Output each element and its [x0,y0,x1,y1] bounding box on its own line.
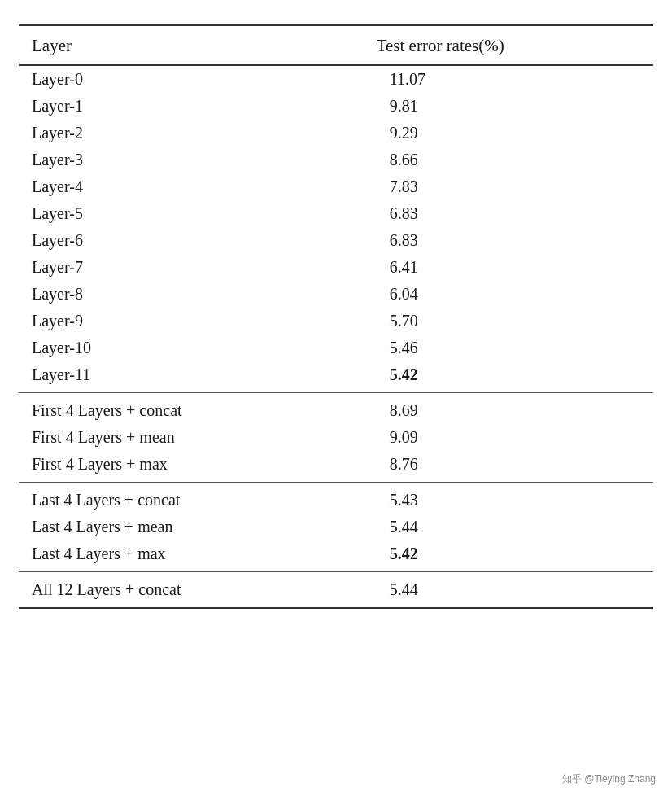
watermark: 知乎 @Tieying Zhang [562,772,656,786]
layer-name: Layer-6 [19,227,312,254]
table-row: Layer-105.46 [19,335,653,361]
error-rate: 8.76 [312,451,653,483]
table-container: Layer Test error rates(%) Layer-011.07La… [19,24,653,609]
table-row: Layer-38.66 [19,147,653,173]
results-table: Layer Test error rates(%) Layer-011.07La… [19,24,653,609]
error-rate: 6.83 [312,227,653,254]
layer-name: Last 4 Layers + max [19,540,312,572]
error-rate: 7.83 [312,173,653,200]
layer-name: Layer-2 [19,120,312,147]
table-row: Last 4 Layers + max5.42 [19,540,653,572]
error-rate: 5.70 [312,308,653,335]
error-rate: 6.83 [312,200,653,227]
error-rate: 8.69 [312,393,653,425]
table-row: First 4 Layers + mean9.09 [19,424,653,451]
table-row: Layer-29.29 [19,120,653,147]
table-row: Last 4 Layers + mean5.44 [19,514,653,540]
table-row: All 12 Layers + concat5.44 [19,572,653,609]
layer-name: Layer-0 [19,65,312,93]
layer-name: All 12 Layers + concat [19,572,312,609]
table-row: Layer-115.42 [19,361,653,393]
layer-name: Layer-5 [19,200,312,227]
table-row: Layer-66.83 [19,227,653,254]
layer-name: Layer-3 [19,147,312,173]
layer-name: First 4 Layers + max [19,451,312,483]
error-rate: 11.07 [312,65,653,93]
table-row: Layer-19.81 [19,93,653,120]
table-row: First 4 Layers + concat8.69 [19,393,653,425]
layer-name: Last 4 Layers + mean [19,514,312,540]
table-row: Layer-95.70 [19,308,653,335]
layer-name: Layer-4 [19,173,312,200]
error-rate: 5.46 [312,335,653,361]
layer-name: Layer-11 [19,361,312,393]
error-rate: 9.09 [312,424,653,451]
table-row: Layer-86.04 [19,281,653,308]
table-row: Layer-011.07 [19,65,653,93]
error-rate: 6.41 [312,254,653,281]
layer-name: First 4 Layers + concat [19,393,312,425]
error-rate: 8.66 [312,147,653,173]
layer-name: First 4 Layers + mean [19,424,312,451]
layer-name: Layer-10 [19,335,312,361]
error-rate: 9.81 [312,93,653,120]
table-row: Layer-76.41 [19,254,653,281]
table-row: Last 4 Layers + concat5.43 [19,483,653,514]
error-rate: 5.44 [312,514,653,540]
error-rate: 6.04 [312,281,653,308]
table-row: Layer-56.83 [19,200,653,227]
layer-name: Last 4 Layers + concat [19,483,312,514]
error-rate: 5.42 [312,540,653,572]
table-row: Layer-47.83 [19,173,653,200]
error-rate: 5.42 [312,361,653,393]
column-header-error: Test error rates(%) [312,25,653,65]
layer-name: Layer-9 [19,308,312,335]
layer-name: Layer-1 [19,93,312,120]
layer-name: Layer-8 [19,281,312,308]
error-rate: 5.43 [312,483,653,514]
error-rate: 5.44 [312,572,653,609]
column-header-layer: Layer [19,25,312,65]
layer-name: Layer-7 [19,254,312,281]
table-row: First 4 Layers + max8.76 [19,451,653,483]
error-rate: 9.29 [312,120,653,147]
